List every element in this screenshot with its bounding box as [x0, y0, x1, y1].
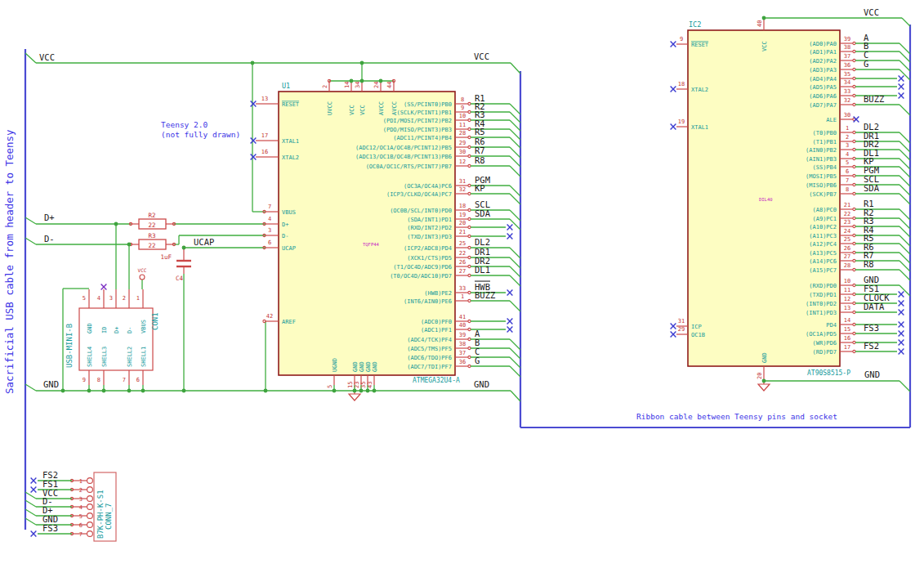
pin-name: (AIN1)PB3 — [806, 156, 837, 163]
no-connect-icon — [101, 284, 107, 290]
pin-number: 39 — [459, 332, 466, 338]
no-connect-icon — [899, 292, 904, 298]
pin-name: PD4 — [826, 322, 837, 329]
pin-name: (ADC13/OC1B/OC4B/PCINT13)PB6 — [355, 154, 452, 160]
pin-name: RESET — [691, 42, 709, 48]
pin-end — [853, 42, 855, 44]
pin-name: (RD)PD7 — [812, 349, 837, 356]
pin-number: 6 — [846, 168, 849, 175]
pin-end — [853, 183, 855, 186]
net-label-dminus: D- — [44, 234, 55, 244]
pin-number: 8 — [461, 96, 464, 103]
pin-end — [468, 208, 471, 211]
note-sacrificial-cable: Sacrificial USB cable from header to Tee… — [3, 129, 16, 394]
bus-entry — [899, 132, 910, 143]
pin-name: (AD0)PA0 — [809, 41, 837, 47]
pin-end — [468, 246, 471, 248]
pin-number: 5 — [327, 385, 333, 388]
pin-number: 23 — [354, 382, 360, 388]
bus-entry — [510, 357, 520, 368]
pin-end — [853, 208, 855, 210]
pin-end — [468, 265, 471, 267]
net-label: BUZZ — [864, 94, 884, 104]
pin-number: 2 — [322, 85, 328, 88]
pin-name: (PDI/MOSI/PCINT2)PB2 — [383, 118, 452, 124]
net-label-gnd: GND — [43, 379, 59, 389]
no-connect-icon — [251, 138, 257, 144]
pin-end — [468, 328, 471, 330]
junction — [141, 389, 145, 393]
bus-entry — [510, 348, 520, 359]
header-pin-circle — [87, 496, 93, 502]
pin-name: (AD2)PA2 — [809, 58, 837, 65]
pin-end — [853, 323, 855, 325]
pin-end — [853, 131, 855, 133]
pin-name: OC1B — [691, 332, 705, 338]
bus-entry — [899, 194, 910, 204]
pin-number: 7 — [846, 177, 849, 184]
pin-end — [853, 350, 855, 352]
bus-entry — [899, 60, 910, 71]
wire — [25, 217, 36, 224]
pin-name: (A13)PC5 — [809, 250, 837, 257]
ground-icon — [758, 384, 770, 391]
pin-name: ICP — [691, 324, 702, 330]
pin-end — [468, 365, 471, 367]
bus-entry — [25, 500, 36, 507]
pin-end — [468, 128, 471, 130]
no-connect-icon — [671, 324, 676, 329]
pin-end — [468, 164, 471, 167]
net-label-dplus: D+ — [44, 213, 55, 222]
pin-end — [468, 347, 471, 349]
junction — [87, 389, 92, 393]
net-label: R8 — [864, 259, 874, 269]
pin-number: 27 — [844, 253, 850, 260]
pin-number: 43 — [367, 382, 373, 388]
pin-end — [853, 284, 855, 286]
pin-name: (TXD/INT3)PD3 — [407, 234, 452, 240]
pin-name: AVCC — [378, 101, 385, 115]
pin-number: 30 — [844, 112, 850, 119]
pin-end — [263, 320, 266, 322]
pin-name: (AIN0)PB2 — [806, 147, 837, 154]
pin-number: 29 — [678, 326, 685, 333]
pin-number: 4 — [268, 216, 271, 222]
junction — [360, 61, 364, 65]
pin-name: (T1/OC4D/ADC9)PD6 — [393, 264, 452, 271]
pin-number: 7 — [268, 204, 271, 210]
pin-name: (WR)PD6 — [812, 340, 837, 347]
pin-name: D+ — [114, 327, 120, 333]
no-connect-icon — [899, 84, 904, 90]
pin-number: 14 — [844, 317, 850, 324]
capacitor-value: 1uF — [160, 253, 172, 261]
pin-end — [853, 192, 855, 195]
pin-number: 21 — [459, 229, 466, 235]
pin-number: 3 — [109, 295, 113, 302]
pin-number: 39 — [844, 36, 850, 43]
net-label: G — [475, 356, 480, 365]
net-label: G — [864, 59, 868, 69]
note-teensy: (not fully drawn) — [161, 130, 240, 139]
pin-number: 12 — [459, 159, 466, 165]
no-connect-icon — [671, 332, 676, 338]
wire — [25, 238, 36, 244]
bus-entry — [510, 257, 520, 268]
pin-number: 35 — [360, 382, 367, 388]
pin-name: (ADC12/OC1A/OC4B/PCINT12)PB5 — [355, 145, 452, 151]
resistor-reference: R2 — [148, 212, 155, 219]
pin-number: 28 — [459, 130, 466, 137]
pin-end — [853, 50, 855, 52]
pin-name: UVCC — [327, 101, 333, 115]
pin-name: XTAL2 — [691, 87, 708, 93]
pin-number: 13 — [844, 305, 850, 311]
pin-number: 17 — [261, 132, 268, 139]
pin-name: (ICP2/ADC8)PD4 — [404, 245, 452, 252]
pin-number: 3 — [79, 496, 83, 503]
pin-name: (AD1)PA1 — [809, 49, 837, 56]
pin-name: (AD3)PA3 — [809, 67, 837, 74]
net-label-gnd: GND — [864, 369, 880, 379]
pin-name: (PDO/MISO/PCINT3)PB3 — [383, 127, 452, 133]
pin-end — [853, 302, 855, 304]
pin-name: SHELL1 — [141, 347, 147, 367]
pin-end — [853, 59, 855, 61]
